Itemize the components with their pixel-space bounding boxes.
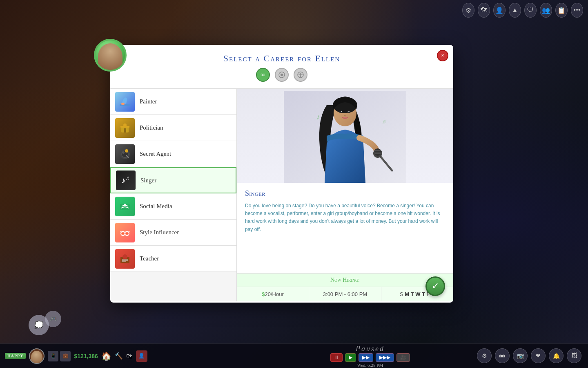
dialog-title: Select a Career for Ellen — [122, 53, 441, 64]
career-item-painter[interactable]: Painter — [110, 89, 236, 115]
hiring-section: Now Hiring: $20/Hour 3:00 PM - 6:00 PM S… — [237, 273, 453, 301]
profile-icon[interactable]: 👤 — [493, 3, 506, 18]
paused-label: Paused — [356, 345, 385, 353]
wage-unit: /Hour — [271, 291, 284, 297]
bottom-right-hud: ⚙ 🏘 📷 ❤ 🔔 🖼 — [470, 343, 588, 368]
shield-icon[interactable]: 🛡 — [524, 3, 537, 18]
confirm-button[interactable]: ✓ — [425, 276, 445, 296]
day-t2: T — [422, 291, 427, 297]
svg-text:♪: ♪ — [121, 176, 125, 185]
svg-point-25 — [122, 254, 127, 259]
secret-agent-icon — [115, 144, 135, 164]
camera-button[interactable]: 🎥 — [396, 353, 410, 362]
buy-icon[interactable]: 🛍 — [126, 352, 133, 360]
svg-point-32 — [339, 111, 343, 113]
home-icon[interactable]: 🏠 — [101, 351, 111, 361]
date-time-display: Wed. 6:28 PM — [357, 363, 383, 368]
briefcase-icon[interactable]: 💼 — [60, 351, 71, 361]
day-s1: S — [400, 291, 405, 297]
career-item-teacher[interactable]: Teacher — [110, 246, 236, 272]
sim-area-left: 💭 🎮 — [24, 298, 74, 339]
svg-point-34 — [341, 111, 342, 112]
svg-point-33 — [347, 111, 350, 113]
politician-label: Politician — [140, 124, 163, 131]
wage-value: 20 — [265, 291, 270, 297]
fast-forward-button[interactable]: ▶▶ — [359, 353, 373, 362]
career-item-secret-agent[interactable]: Secret Agent — [110, 141, 236, 167]
relationship-icon[interactable]: ❤ — [531, 348, 546, 363]
money-display: $121,386 — [74, 353, 98, 359]
career-item-politician[interactable]: Politician — [110, 115, 236, 141]
time-controls: ⏸ ▶ ▶▶ ▶▶▶ 🎥 — [330, 353, 410, 362]
sim-face — [98, 43, 122, 70]
list-icon[interactable]: 📋 — [555, 3, 568, 18]
svg-point-1 — [281, 74, 283, 76]
dialog-header: Select a Career for Ellen ∞ — [110, 45, 453, 89]
wage-display: $20/Hour — [237, 287, 309, 301]
filter-all[interactable]: ∞ — [256, 68, 270, 82]
neighborhood-icon[interactable]: 🏘 — [495, 348, 510, 363]
sim-portrait-1[interactable] — [29, 348, 45, 364]
pause-button[interactable]: ⏸ — [330, 353, 343, 362]
thought-bubble-2: 🎮 — [45, 311, 61, 327]
notifications-icon[interactable]: 🔔 — [549, 348, 564, 363]
svg-text:♬: ♬ — [125, 175, 130, 181]
singer-label: Singer — [140, 177, 156, 184]
phone-icon[interactable]: 📱 — [48, 351, 58, 361]
settings-hud-icon[interactable]: ⚙ — [477, 348, 492, 363]
style-influencer-label: Style Influencer — [140, 229, 179, 236]
style-influencer-icon — [115, 223, 135, 242]
career-description: Do you love being on stage? Do you have … — [245, 202, 445, 233]
painter-icon — [115, 92, 135, 112]
teacher-icon — [115, 249, 135, 269]
svg-text:♪: ♪ — [316, 113, 320, 121]
svg-point-4 — [121, 103, 125, 105]
svg-point-8 — [123, 123, 127, 127]
portrait-mode-icon[interactable]: 👤 — [136, 350, 147, 362]
singer-icon: ♪ ♬ — [116, 171, 136, 190]
day-w: W — [415, 291, 422, 297]
tools-icon[interactable]: ⚙ — [462, 3, 474, 18]
hiring-title: Now Hiring: — [237, 274, 453, 287]
dialog-body: Painter Politician — [110, 89, 453, 301]
sim-avatar — [94, 39, 127, 72]
map-icon[interactable]: 🗺 — [478, 3, 490, 18]
filter-expansion[interactable] — [294, 68, 307, 82]
schedule-display: 3:00 PM - 6:00 PM — [309, 287, 381, 301]
filter-row: ∞ — [122, 64, 441, 84]
career-select-dialog: × Select a Career for Ellen ∞ — [110, 45, 453, 303]
career-detail-panel: ♪ ♬ Singer Do you love being on stage? D… — [237, 89, 453, 301]
group-icon[interactable]: 👥 — [540, 3, 552, 18]
top-hud: ⚙ 🗺 👤 ▲ 🛡 👥 📋 ••• — [457, 0, 588, 20]
up-icon[interactable]: ▲ — [509, 3, 521, 18]
career-item-social-media[interactable]: Social Media — [110, 193, 236, 220]
quick-action-icons: 📱 💼 — [48, 351, 71, 361]
svg-point-16 — [124, 204, 126, 205]
svg-rect-3 — [120, 104, 130, 106]
svg-point-22 — [122, 233, 124, 234]
career-image: ♪ ♬ — [237, 89, 453, 183]
mood-badge: HAPPY — [5, 353, 26, 359]
social-media-icon — [115, 197, 135, 216]
close-button[interactable]: × — [437, 50, 448, 61]
career-info: Singer Do you love being on stage? Do yo… — [237, 183, 453, 273]
camera-hud-icon[interactable]: 📷 — [513, 348, 528, 363]
career-item-style-influencer[interactable]: Style Influencer — [110, 220, 236, 246]
svg-point-12 — [125, 149, 128, 153]
svg-point-11 — [122, 151, 125, 154]
play-button[interactable]: ▶ — [345, 353, 356, 362]
svg-point-23 — [126, 233, 128, 234]
bottom-taskbar: HAPPY 📱 💼 $121,386 🏠 🔨 🛍 👤 Paused ⏸ ▶ ▶▶… — [0, 343, 588, 368]
build-icon[interactable]: 🔨 — [115, 352, 123, 360]
more-icon[interactable]: ••• — [571, 3, 583, 18]
secret-agent-label: Secret Agent — [140, 150, 171, 157]
politician-icon — [115, 118, 135, 138]
filter-base[interactable] — [275, 68, 289, 82]
faster-forward-button[interactable]: ▶▶▶ — [376, 353, 394, 362]
social-media-label: Social Media — [140, 203, 172, 210]
career-item-singer[interactable]: ♪ ♬ Singer — [110, 167, 236, 193]
svg-point-35 — [348, 111, 350, 112]
career-list: Painter Politician — [110, 89, 237, 301]
svg-text:♬: ♬ — [382, 119, 386, 125]
gallery-icon[interactable]: 🖼 — [567, 348, 581, 363]
